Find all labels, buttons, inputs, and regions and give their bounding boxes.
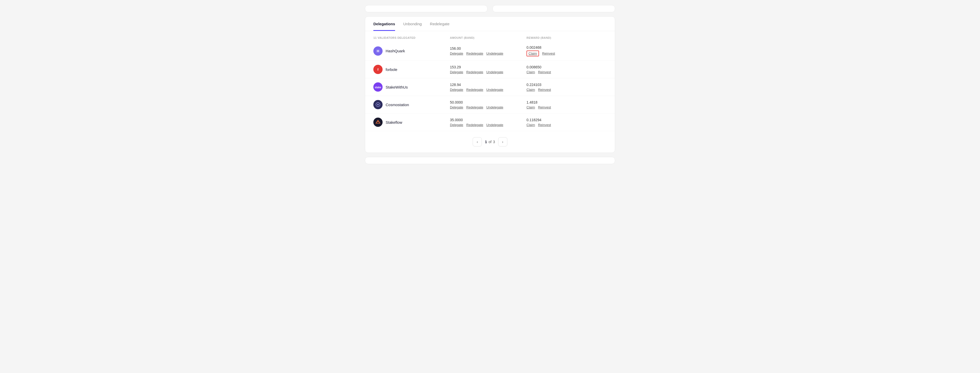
tab-redelegate[interactable]: Redelegate [430, 22, 450, 31]
reinvest-btn-hashquark[interactable]: Reinvest [542, 51, 555, 56]
validator-info-cosmostation: Cosmostation [373, 100, 450, 109]
amount-value-cosmostation: 50.0000 [450, 100, 527, 104]
avatar-cosmostation [373, 100, 383, 109]
validator-name-cosmostation: Cosmostation [386, 103, 409, 107]
svg-text:H: H [377, 49, 379, 53]
svg-point-8 [377, 104, 379, 105]
total-pages: 3 [493, 140, 495, 144]
amount-value-stakewithus: 128.94 [450, 83, 527, 87]
amount-col-forbole: 153.29 Delegate Redelegate Undelegate [450, 65, 527, 74]
amount-col-label: AMOUNT (BAND) [450, 36, 527, 39]
amount-col-stakeflow: 35.0000 Delegate Redelegate Undelegate [450, 118, 527, 127]
reward-value-cosmostation: 1.4818 [527, 100, 607, 104]
reinvest-btn-forbole[interactable]: Reinvest [538, 70, 551, 74]
action-links-stakeflow: Delegate Redelegate Undelegate [450, 123, 527, 127]
reward-actions-stakeflow: Claim Reinvest [527, 123, 607, 127]
tabs-container: Delegations Unbonding Redelegate [365, 17, 615, 31]
reward-value-stakewithus: 0.224103 [527, 83, 607, 87]
table-header: 11 VALIDATORS DELEGATED AMOUNT (BAND) RE… [365, 36, 615, 41]
bottom-card [365, 157, 615, 164]
table-row: stake StakeWithUs 128.94 Delegate Redele… [365, 78, 615, 96]
delegate-btn-forbole[interactable]: Delegate [450, 70, 463, 74]
reward-actions-hashquark: Claim Reinvest [527, 51, 607, 56]
svg-point-9 [373, 117, 383, 127]
table-row: Cosmostation 50.0000 Delegate Redelegate… [365, 96, 615, 114]
reward-value-stakeflow: 0.118294 [527, 118, 607, 122]
top-card-right [493, 5, 615, 12]
amount-value-stakeflow: 35.0000 [450, 118, 527, 122]
reward-value-forbole: 0.008650 [527, 65, 607, 69]
reward-col-stakewithus: 0.224103 Claim Reinvest [527, 83, 607, 92]
amount-col-hashquark: 156.00 Delegate Redelegate Undelegate [450, 46, 527, 56]
amount-col-cosmostation: 50.0000 Delegate Redelegate Undelegate [450, 100, 527, 109]
reward-value-hashquark: 0.002468 [527, 45, 607, 49]
undelegate-btn-hashquark[interactable]: Undelegate [487, 52, 504, 56]
undelegate-btn-stakeflow[interactable]: Undelegate [487, 123, 504, 127]
claim-btn-stakewithus[interactable]: Claim [527, 88, 535, 92]
avatar-hashquark: H [373, 46, 383, 56]
current-page: 1 [485, 140, 487, 144]
amount-value-forbole: 153.29 [450, 65, 527, 69]
validator-name-stakeflow: Stakeflow [386, 120, 402, 124]
delegate-btn-stakeflow[interactable]: Delegate [450, 123, 463, 127]
reward-col-cosmostation: 1.4818 Claim Reinvest [527, 100, 607, 109]
reinvest-btn-stakeflow[interactable]: Reinvest [538, 123, 551, 127]
reward-actions-forbole: Claim Reinvest [527, 70, 607, 74]
reward-col-hashquark: 0.002468 Claim Reinvest [527, 45, 607, 56]
undelegate-btn-stakewithus[interactable]: Undelegate [487, 88, 504, 92]
avatar-stakeflow [373, 117, 383, 127]
redelegate-btn-cosmostation[interactable]: Redelegate [466, 105, 484, 109]
avatar-forbole: f [373, 65, 383, 74]
reward-actions-cosmostation: Claim Reinvest [527, 105, 607, 109]
action-links-cosmostation: Delegate Redelegate Undelegate [450, 105, 527, 109]
delegate-btn-hashquark[interactable]: Delegate [450, 52, 463, 56]
of-label: of [488, 140, 492, 144]
svg-text:stake: stake [375, 86, 381, 89]
next-icon: › [502, 140, 503, 144]
validator-info-forbole: f forbole [373, 65, 450, 74]
svg-text:f: f [377, 68, 379, 71]
redelegate-btn-stakewithus[interactable]: Redelegate [466, 88, 484, 92]
reinvest-btn-cosmostation[interactable]: Reinvest [538, 105, 551, 109]
validator-info-stakeflow: Stakeflow [373, 117, 450, 127]
prev-page-btn[interactable]: ‹ [473, 137, 482, 146]
main-card: Delegations Unbonding Redelegate 11 VALI… [365, 16, 615, 153]
delegate-btn-stakewithus[interactable]: Delegate [450, 88, 463, 92]
claim-btn-forbole[interactable]: Claim [527, 70, 535, 74]
avatar-stakewithus: stake [373, 83, 383, 92]
redelegate-btn-hashquark[interactable]: Redelegate [466, 52, 484, 56]
validators-count-label: 11 VALIDATORS DELEGATED [373, 36, 450, 39]
redelegate-btn-stakeflow[interactable]: Redelegate [466, 123, 484, 127]
page-info: 1 of 3 [485, 140, 495, 144]
validator-name-stakewithus: StakeWithUs [386, 85, 408, 89]
redelegate-btn-forbole[interactable]: Redelegate [466, 70, 484, 74]
undelegate-btn-cosmostation[interactable]: Undelegate [487, 105, 504, 109]
claim-btn-cosmostation[interactable]: Claim [527, 105, 535, 109]
action-links-forbole: Delegate Redelegate Undelegate [450, 70, 527, 74]
amount-value-hashquark: 156.00 [450, 46, 527, 51]
reward-actions-stakewithus: Claim Reinvest [527, 88, 607, 92]
validator-info-stakewithus: stake StakeWithUs [373, 83, 450, 92]
prev-icon: ‹ [477, 140, 478, 144]
reward-col-label: REWARD (BAND) [527, 36, 607, 39]
validator-name-hashquark: HashQuark [386, 49, 405, 53]
reinvest-btn-stakewithus[interactable]: Reinvest [538, 88, 551, 92]
pagination: ‹ 1 of 3 › [365, 137, 615, 146]
reward-col-forbole: 0.008650 Claim Reinvest [527, 65, 607, 74]
action-links-stakewithus: Delegate Redelegate Undelegate [450, 88, 527, 92]
next-page-btn[interactable]: › [498, 137, 508, 146]
top-card-left [365, 5, 487, 12]
reward-col-stakeflow: 0.118294 Claim Reinvest [527, 118, 607, 127]
validator-info-hashquark: H HashQuark [373, 46, 450, 56]
undelegate-btn-forbole[interactable]: Undelegate [487, 70, 504, 74]
action-links-hashquark: Delegate Redelegate Undelegate [450, 52, 527, 56]
top-cards-container [365, 5, 615, 12]
tab-unbonding[interactable]: Unbonding [403, 22, 422, 31]
claim-btn-stakeflow[interactable]: Claim [527, 123, 535, 127]
delegate-btn-cosmostation[interactable]: Delegate [450, 105, 463, 109]
table-row: Stakeflow 35.0000 Delegate Redelegate Un… [365, 114, 615, 131]
claim-btn-hashquark[interactable]: Claim [527, 51, 539, 56]
table-row: f forbole 153.29 Delegate Redelegate Und… [365, 61, 615, 78]
tab-delegations[interactable]: Delegations [373, 22, 395, 31]
table-row: H HashQuark 156.00 Delegate Redelegate U… [365, 41, 615, 61]
